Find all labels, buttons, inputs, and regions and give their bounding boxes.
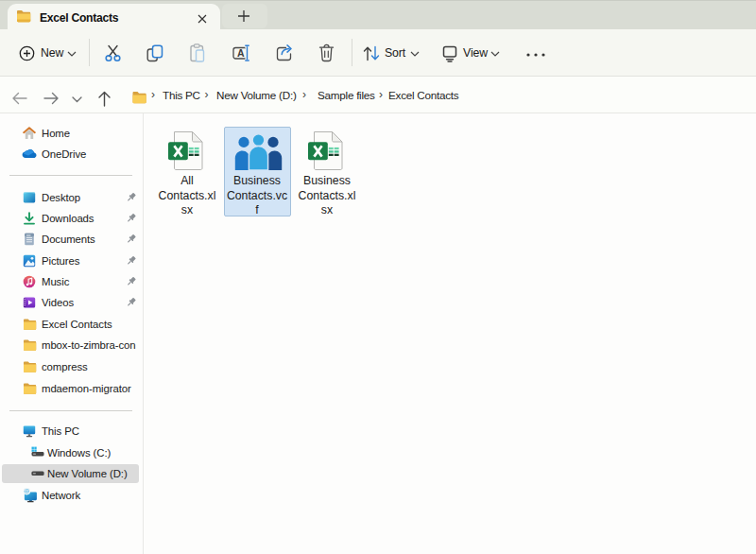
svg-text:A: A	[237, 47, 245, 59]
